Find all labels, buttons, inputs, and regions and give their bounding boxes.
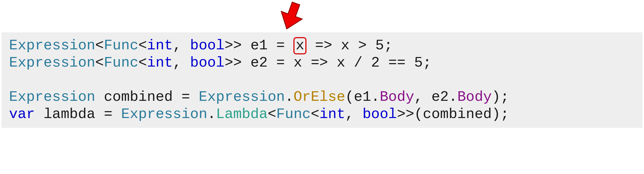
type-expression: Expression — [9, 37, 95, 54]
keyword-int: int — [147, 37, 173, 54]
keyword-var: var — [9, 106, 35, 122]
type-func: Func — [104, 37, 138, 54]
annotation-arrow — [275, 1, 307, 34]
method-orelse: OrElse — [293, 89, 345, 105]
var-e1: e1 — [250, 37, 268, 54]
prop-body: Body — [380, 89, 414, 105]
code-line-4: var lambda = Expression.Lambda<Func<int,… — [9, 106, 635, 123]
code-line-2: Expression<Func<int, bool>> e2 = x => x … — [9, 54, 635, 72]
var-lambda: lambda — [44, 106, 95, 122]
var-e2: e2 — [250, 55, 268, 71]
code-line-1: Expression<Func<int, bool>> e1 = x => x … — [9, 37, 635, 54]
down-arrow-icon — [275, 1, 307, 32]
code-snippet: Expression<Func<int, bool>> e1 = x => x … — [2, 32, 642, 128]
blank-line — [9, 72, 635, 89]
method-lambda: Lambda — [216, 106, 268, 122]
keyword-bool: bool — [190, 37, 225, 54]
highlighted-parameter: x — [293, 37, 306, 54]
var-combined: combined — [104, 89, 173, 105]
code-line-3: Expression combined = Expression.OrElse(… — [9, 89, 635, 106]
